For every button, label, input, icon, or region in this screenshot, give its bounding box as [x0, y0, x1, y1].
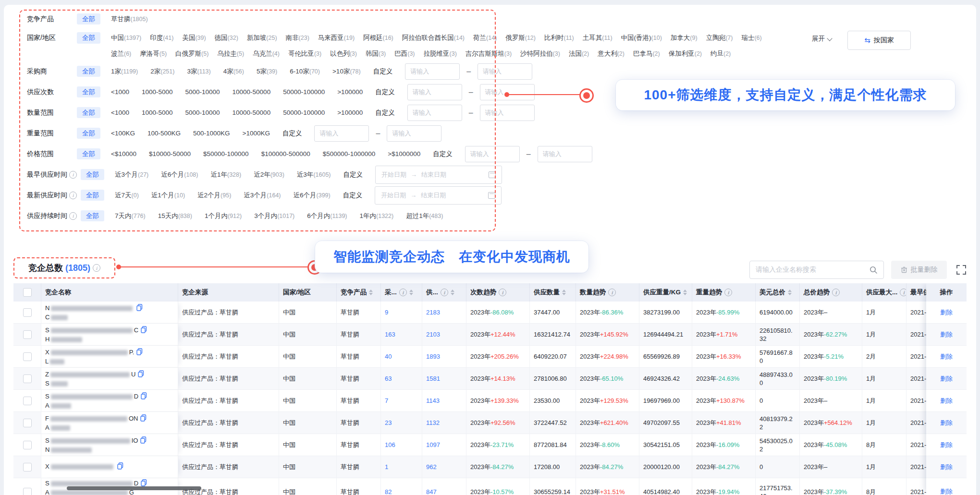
row-checkbox[interactable] — [23, 374, 32, 383]
filter-option[interactable]: 50000-100000 — [283, 109, 325, 116]
sort-icon[interactable] — [451, 290, 454, 295]
filter-option[interactable]: 马来西亚(19) — [318, 34, 355, 42]
filter-option[interactable]: 土耳其(11) — [583, 34, 612, 42]
link-supply[interactable]: 1581 — [426, 375, 440, 382]
copy-icon[interactable] — [136, 305, 143, 313]
filter-option[interactable]: 5家(39) — [257, 67, 277, 76]
filter-option[interactable]: 乌拉圭(5) — [217, 49, 244, 58]
filter-option[interactable]: 约旦(2) — [710, 49, 731, 58]
custom-range-label[interactable]: 自定义 — [375, 109, 395, 117]
filter-option[interactable]: 1年内(1322) — [360, 212, 394, 220]
filter-option[interactable]: 近2个月(95) — [197, 191, 231, 200]
delete-link[interactable]: 删除 — [940, 419, 953, 427]
date-range-input[interactable]: 开始日期→结束日期 — [375, 166, 502, 184]
delete-link[interactable]: 删除 — [940, 487, 953, 495]
filter-option[interactable]: 韩国(3) — [366, 49, 386, 58]
column-header-14[interactable]: 供应最大...i — [862, 283, 906, 302]
custom-min-input[interactable]: 请输入 — [405, 63, 460, 80]
date-range-input[interactable]: 开始日期→结束日期 — [375, 186, 502, 205]
link-supply[interactable]: 2103 — [426, 331, 440, 338]
row-checkbox[interactable] — [23, 397, 32, 405]
filter-option[interactable]: <1000 — [111, 88, 129, 96]
link-buyers[interactable]: 82 — [385, 488, 392, 495]
row-checkbox[interactable] — [23, 352, 32, 361]
filter-option[interactable]: 瑞士(6) — [741, 34, 761, 42]
filter-option[interactable]: 1000-5000 — [142, 88, 173, 96]
filter-option[interactable]: 超过1年(483) — [406, 212, 443, 220]
filter-option[interactable]: 近2年(903) — [254, 170, 284, 179]
filter-option[interactable]: 1家(1199) — [111, 67, 138, 76]
filter-option[interactable]: 波兰(6) — [111, 49, 131, 58]
filter-option[interactable]: >100000 — [337, 88, 363, 96]
filter-option[interactable]: 50000-100000 — [283, 88, 325, 96]
filter-option[interactable]: $100000-500000 — [261, 150, 310, 157]
filter-option[interactable]: 巴西(3) — [394, 49, 415, 58]
filter-option[interactable]: 500-1000KG — [193, 130, 230, 137]
column-header-7[interactable]: 次数趋势i — [466, 283, 530, 302]
filter-option[interactable]: 近1年(328) — [210, 170, 241, 179]
filter-all-chip[interactable]: 全部 — [77, 107, 100, 119]
filter-option[interactable]: 阿拉伯联合酋长国(14) — [402, 34, 465, 42]
filter-all-chip[interactable]: 全部 — [77, 86, 100, 98]
filter-option[interactable]: 乌克兰(4) — [253, 49, 280, 58]
filter-option[interactable]: 6-10家(70) — [290, 67, 320, 76]
link-buyers[interactable]: 9 — [385, 309, 388, 316]
custom-range-label[interactable]: 自定义 — [343, 170, 363, 179]
column-header-2[interactable]: 竞企来源 — [178, 283, 279, 302]
column-header-12[interactable]: 美元总价 — [756, 283, 800, 302]
sort-icon[interactable] — [788, 290, 792, 295]
filter-option[interactable]: 6个月内(1139) — [307, 212, 347, 220]
filter-option[interactable]: >$1000000 — [388, 150, 420, 157]
filter-option[interactable]: 阿根廷(16) — [363, 34, 393, 42]
filter-option[interactable]: >10家(78) — [332, 67, 361, 76]
filter-option[interactable]: 白俄罗斯(5) — [175, 49, 208, 58]
link-supply[interactable]: 847 — [426, 488, 437, 495]
copy-icon[interactable] — [140, 438, 147, 445]
copy-icon[interactable] — [141, 327, 147, 335]
filter-all-chip[interactable]: 全部 — [77, 32, 100, 44]
filter-option[interactable]: 印度(41) — [150, 34, 173, 42]
column-header-10[interactable]: 供应重量/KG — [639, 283, 692, 302]
filter-option[interactable]: 法国(2) — [569, 49, 589, 58]
custom-min-input[interactable]: 请输入 — [407, 84, 462, 100]
row-checkbox[interactable] — [23, 330, 32, 339]
expand-toggle[interactable]: 展开 — [812, 35, 832, 43]
sort-icon[interactable] — [409, 290, 413, 295]
filter-option[interactable]: 沙特阿拉伯(3) — [520, 49, 560, 58]
delete-link[interactable]: 删除 — [940, 352, 953, 361]
custom-max-input[interactable]: 请输入 — [387, 125, 441, 142]
column-header-8[interactable]: 供应数量 — [530, 283, 576, 302]
search-input[interactable]: 请输入企业名称搜索 — [749, 261, 884, 279]
batch-delete-button[interactable]: 批量删除 — [891, 261, 947, 279]
filter-option[interactable]: 美国(39) — [182, 34, 206, 42]
filter-option[interactable]: 草甘膦(1805) — [111, 15, 148, 24]
filter-option[interactable]: $50000-100000 — [203, 150, 249, 157]
filter-option[interactable]: 俄罗斯(12) — [505, 34, 536, 42]
sort-icon[interactable] — [369, 290, 373, 295]
row-checkbox[interactable] — [23, 419, 32, 427]
custom-min-input[interactable]: 请输入 — [314, 125, 369, 142]
filter-option[interactable]: 中国(香港)(10) — [621, 34, 662, 42]
filter-option[interactable]: 10000-50000 — [233, 109, 271, 116]
filter-option[interactable]: 近3个月(27) — [115, 170, 148, 179]
filter-all-chip[interactable]: 全部 — [81, 210, 104, 222]
filter-option[interactable]: 7天内(776) — [115, 212, 146, 220]
custom-range-label[interactable]: 自定义 — [375, 88, 395, 97]
delete-link[interactable]: 删除 — [940, 463, 953, 471]
delete-link[interactable]: 删除 — [940, 441, 953, 449]
copy-icon[interactable] — [140, 416, 147, 423]
filter-option[interactable]: >100000 — [337, 109, 363, 116]
custom-range-label[interactable]: 自定义 — [373, 67, 393, 76]
filter-option[interactable]: 近6个月(108) — [161, 170, 198, 179]
column-header-4[interactable]: 竞争产品 — [337, 283, 381, 302]
filter-all-chip[interactable]: 全部 — [81, 169, 104, 181]
filter-option[interactable]: 以色列(3) — [330, 49, 357, 58]
delete-link[interactable]: 删除 — [940, 397, 953, 405]
link-supply[interactable]: 1893 — [426, 353, 440, 360]
link-buyers[interactable]: 163 — [385, 331, 395, 338]
delete-link[interactable]: 删除 — [940, 330, 953, 339]
fullscreen-icon[interactable] — [956, 265, 967, 275]
filter-option[interactable]: 近3年(1605) — [297, 170, 331, 179]
copy-icon[interactable] — [138, 372, 144, 379]
filter-option[interactable]: <$10000 — [111, 150, 136, 157]
